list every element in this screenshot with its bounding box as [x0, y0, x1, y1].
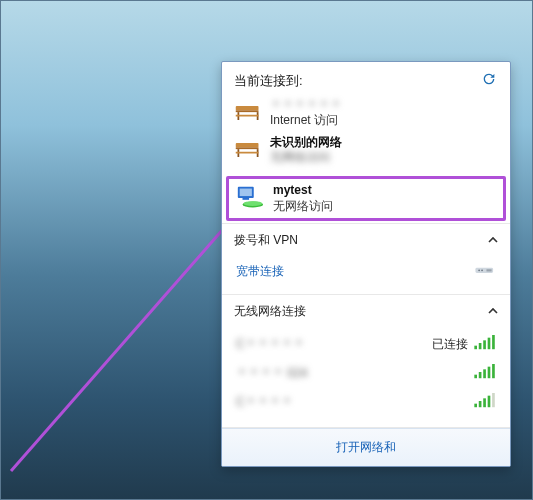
wifi-item[interactable]: C＊＊＊＊ [232, 388, 500, 417]
broadband-label: 宽带连接 [236, 263, 284, 280]
group-title: 拨号和 VPN [234, 232, 298, 249]
svg-rect-10 [236, 152, 259, 154]
refresh-icon[interactable] [480, 71, 498, 90]
connection-sub: 无网络访问 [273, 199, 333, 214]
connection-name: 未识别的网络 [270, 135, 342, 150]
popup-footer: 打开网络和 [222, 428, 510, 466]
svg-rect-13 [243, 198, 250, 200]
svg-point-17 [478, 270, 480, 272]
modem-icon [474, 264, 496, 279]
wireless-header[interactable]: 无线网络连接 [222, 295, 510, 326]
connection-name: mytest [273, 183, 333, 198]
connection-sub: 无网络访问 [270, 150, 342, 165]
wifi-name: C＊＊＊＊＊ [236, 336, 305, 353]
svg-rect-27 [483, 369, 486, 378]
wireless-section: 无线网络连接 C＊＊＊＊＊ 已连接 [222, 295, 510, 428]
popup-header: 当前连接到: [222, 62, 510, 95]
svg-rect-26 [479, 372, 482, 378]
open-network-center-link[interactable]: 打开网络和 [336, 440, 396, 454]
svg-rect-24 [492, 335, 495, 349]
connection-sub: Internet 访问 [270, 113, 342, 128]
monitor-icon [235, 184, 265, 213]
svg-rect-23 [488, 338, 491, 350]
current-connections-section: 当前连接到: ＊＊＊＊＊＊ Inte [222, 62, 510, 224]
signal-icon [474, 335, 496, 354]
bench-icon [234, 137, 262, 163]
svg-point-18 [481, 270, 483, 272]
svg-rect-6 [236, 143, 259, 147]
network-popup: 当前连接到: ＊＊＊＊＊＊ Inte [221, 61, 511, 467]
dialup-vpn-header[interactable]: 拨号和 VPN [222, 224, 510, 255]
group-title: 无线网络连接 [234, 303, 306, 320]
svg-rect-22 [483, 340, 486, 349]
connection-item[interactable]: ＊＊＊＊＊＊ Internet 访问 [226, 95, 506, 132]
connection-item[interactable]: 未识别的网络 无网络访问 [226, 132, 506, 169]
signal-icon [474, 364, 496, 383]
svg-rect-29 [492, 364, 495, 378]
wifi-name: C＊＊＊＊ [236, 394, 293, 411]
svg-rect-25 [474, 375, 477, 379]
wifi-item[interactable]: ＊＊＊＊ 024 [232, 359, 500, 388]
svg-rect-28 [488, 367, 491, 379]
svg-rect-19 [486, 269, 491, 271]
connection-item-highlighted[interactable]: mytest 无网络访问 [226, 176, 506, 221]
svg-rect-12 [240, 189, 252, 197]
svg-rect-2 [236, 111, 259, 113]
svg-rect-32 [483, 398, 486, 407]
svg-rect-21 [479, 343, 482, 349]
svg-rect-7 [236, 147, 259, 149]
svg-rect-30 [474, 404, 477, 408]
svg-rect-33 [488, 396, 491, 408]
wifi-name: ＊＊＊＊ 024 [236, 365, 307, 382]
svg-point-15 [243, 201, 262, 206]
svg-rect-34 [492, 393, 495, 407]
wifi-item[interactable]: C＊＊＊＊＊ 已连接 [232, 330, 500, 359]
svg-rect-20 [474, 346, 477, 350]
connection-list: ＊＊＊＊＊＊ Internet 访问 未识别的网络 [222, 95, 510, 174]
signal-icon [474, 393, 496, 412]
wifi-connected-label: 已连接 [432, 336, 468, 353]
svg-rect-1 [236, 106, 259, 110]
dialup-vpn-section: 拨号和 VPN 宽带连接 [222, 224, 510, 295]
svg-line-0 [11, 211, 239, 471]
bench-icon [234, 100, 262, 126]
header-title: 当前连接到: [234, 72, 303, 90]
broadband-item[interactable]: 宽带连接 [232, 259, 500, 284]
chevron-up-icon [488, 234, 498, 248]
svg-rect-31 [479, 401, 482, 407]
connection-name: ＊＊＊＊＊＊ [270, 98, 342, 113]
chevron-up-icon [488, 305, 498, 319]
svg-rect-5 [236, 115, 259, 117]
